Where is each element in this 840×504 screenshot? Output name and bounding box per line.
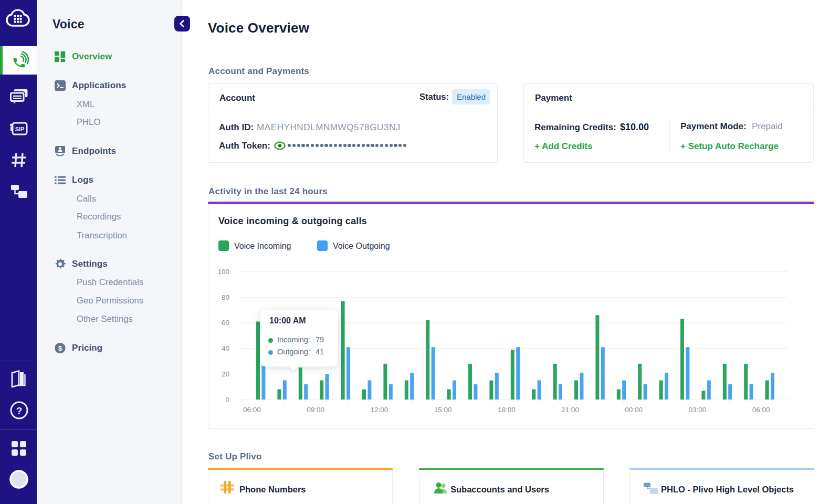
svg-text:SIP: SIP xyxy=(15,126,25,132)
svg-text:?: ? xyxy=(16,405,23,416)
svg-text:$: $ xyxy=(58,344,62,352)
